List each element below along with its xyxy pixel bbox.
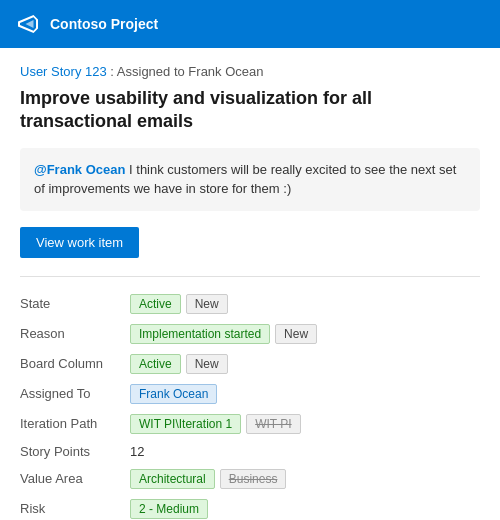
field-row: Board ColumnActiveNew xyxy=(20,349,480,379)
field-values: WIT PI\Iteration 1WIT PI xyxy=(130,409,480,439)
field-tag: Frank Ocean xyxy=(130,384,217,404)
view-work-item-button[interactable]: View work item xyxy=(20,227,139,258)
fields-table: StateActiveNewReasonImplementation start… xyxy=(20,289,480,520)
field-tag: Active xyxy=(130,294,181,314)
field-tag: WIT PI xyxy=(246,414,300,434)
field-tag: Implementation started xyxy=(130,324,270,344)
field-row: Risk2 - Medium xyxy=(20,494,480,520)
field-values: Implementation startedNew xyxy=(130,319,480,349)
comment-box: @Frank Ocean I think customers will be r… xyxy=(20,148,480,211)
field-label: Value Area xyxy=(20,464,130,494)
field-label: Reason xyxy=(20,319,130,349)
field-tag: New xyxy=(186,354,228,374)
field-label: Board Column xyxy=(20,349,130,379)
field-tag: New xyxy=(186,294,228,314)
field-row: ReasonImplementation startedNew xyxy=(20,319,480,349)
breadcrumb: User Story 123 : Assigned to Frank Ocean xyxy=(20,64,480,79)
field-row: Iteration PathWIT PI\Iteration 1WIT PI xyxy=(20,409,480,439)
field-row: Story Points12 xyxy=(20,439,480,464)
field-values: ArchitecturalBusiness xyxy=(130,464,480,494)
field-values: Frank Ocean xyxy=(130,379,480,409)
field-row: Assigned ToFrank Ocean xyxy=(20,379,480,409)
section-divider xyxy=(20,276,480,277)
breadcrumb-description: Assigned to Frank Ocean xyxy=(117,64,264,79)
field-label: Story Points xyxy=(20,439,130,464)
field-value: 12 xyxy=(130,444,144,459)
breadcrumb-link[interactable]: User Story 123 xyxy=(20,64,107,79)
field-tag: Architectural xyxy=(130,469,215,489)
vs-logo-icon xyxy=(16,12,40,36)
app-header: Contoso Project xyxy=(0,0,500,48)
field-values: 12 xyxy=(130,439,480,464)
field-values: ActiveNew xyxy=(130,289,480,319)
breadcrumb-separator: : xyxy=(107,64,117,79)
field-values: ActiveNew xyxy=(130,349,480,379)
comment-mention: @Frank Ocean xyxy=(34,162,125,177)
field-row: StateActiveNew xyxy=(20,289,480,319)
field-tag: New xyxy=(275,324,317,344)
field-tag: 2 - Medium xyxy=(130,499,208,519)
app-title: Contoso Project xyxy=(50,16,158,32)
field-label: State xyxy=(20,289,130,319)
field-label: Assigned To xyxy=(20,379,130,409)
field-label: Iteration Path xyxy=(20,409,130,439)
field-tag: WIT PI\Iteration 1 xyxy=(130,414,241,434)
field-tag: Business xyxy=(220,469,287,489)
field-label: Risk xyxy=(20,494,130,520)
field-values: 2 - Medium xyxy=(130,494,480,520)
main-content: User Story 123 : Assigned to Frank Ocean… xyxy=(0,48,500,520)
field-row: Value AreaArchitecturalBusiness xyxy=(20,464,480,494)
field-tag: Active xyxy=(130,354,181,374)
work-item-title: Improve usability and visualization for … xyxy=(20,87,480,134)
